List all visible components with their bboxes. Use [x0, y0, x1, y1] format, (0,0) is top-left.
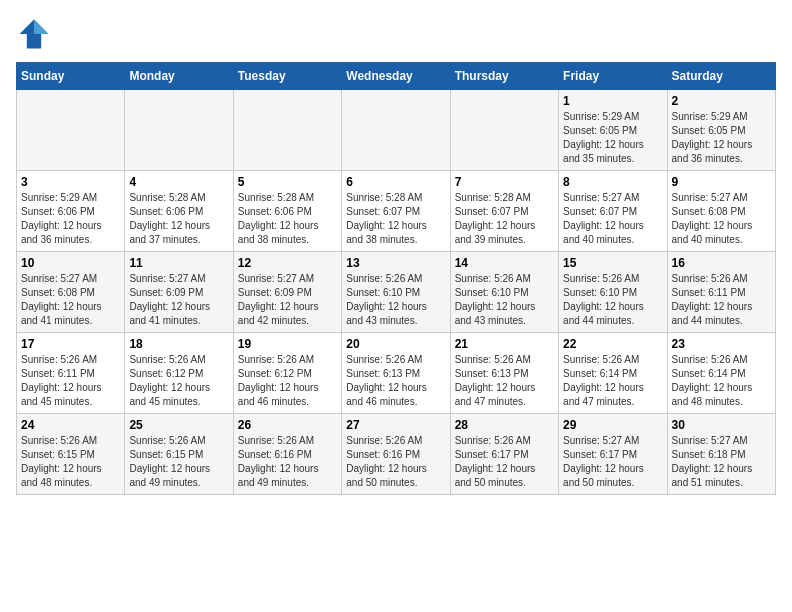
calendar-cell: 11Sunrise: 5:27 AM Sunset: 6:09 PM Dayli… [125, 252, 233, 333]
weekday-header: Tuesday [233, 63, 341, 90]
day-number: 2 [672, 94, 771, 108]
weekday-header: Wednesday [342, 63, 450, 90]
calendar-cell: 7Sunrise: 5:28 AM Sunset: 6:07 PM Daylig… [450, 171, 558, 252]
calendar-week-row: 1Sunrise: 5:29 AM Sunset: 6:05 PM Daylig… [17, 90, 776, 171]
page-header [16, 16, 776, 52]
day-info: Sunrise: 5:26 AM Sunset: 6:12 PM Dayligh… [129, 353, 228, 409]
calendar-cell: 25Sunrise: 5:26 AM Sunset: 6:15 PM Dayli… [125, 414, 233, 495]
calendar-cell [233, 90, 341, 171]
day-number: 18 [129, 337, 228, 351]
day-info: Sunrise: 5:28 AM Sunset: 6:06 PM Dayligh… [238, 191, 337, 247]
day-info: Sunrise: 5:26 AM Sunset: 6:15 PM Dayligh… [129, 434, 228, 490]
calendar-cell [342, 90, 450, 171]
day-info: Sunrise: 5:26 AM Sunset: 6:14 PM Dayligh… [672, 353, 771, 409]
calendar-cell: 29Sunrise: 5:27 AM Sunset: 6:17 PM Dayli… [559, 414, 667, 495]
calendar-week-row: 24Sunrise: 5:26 AM Sunset: 6:15 PM Dayli… [17, 414, 776, 495]
weekday-header: Sunday [17, 63, 125, 90]
weekday-header: Monday [125, 63, 233, 90]
calendar-cell: 8Sunrise: 5:27 AM Sunset: 6:07 PM Daylig… [559, 171, 667, 252]
day-number: 14 [455, 256, 554, 270]
day-number: 9 [672, 175, 771, 189]
calendar-cell: 19Sunrise: 5:26 AM Sunset: 6:12 PM Dayli… [233, 333, 341, 414]
day-number: 27 [346, 418, 445, 432]
calendar-cell: 5Sunrise: 5:28 AM Sunset: 6:06 PM Daylig… [233, 171, 341, 252]
day-info: Sunrise: 5:26 AM Sunset: 6:13 PM Dayligh… [346, 353, 445, 409]
calendar-cell: 10Sunrise: 5:27 AM Sunset: 6:08 PM Dayli… [17, 252, 125, 333]
day-number: 4 [129, 175, 228, 189]
day-number: 3 [21, 175, 120, 189]
calendar-cell: 27Sunrise: 5:26 AM Sunset: 6:16 PM Dayli… [342, 414, 450, 495]
day-number: 13 [346, 256, 445, 270]
day-number: 10 [21, 256, 120, 270]
day-number: 6 [346, 175, 445, 189]
day-info: Sunrise: 5:29 AM Sunset: 6:05 PM Dayligh… [672, 110, 771, 166]
calendar-week-row: 3Sunrise: 5:29 AM Sunset: 6:06 PM Daylig… [17, 171, 776, 252]
day-info: Sunrise: 5:29 AM Sunset: 6:06 PM Dayligh… [21, 191, 120, 247]
calendar-cell: 24Sunrise: 5:26 AM Sunset: 6:15 PM Dayli… [17, 414, 125, 495]
day-info: Sunrise: 5:26 AM Sunset: 6:13 PM Dayligh… [455, 353, 554, 409]
day-number: 25 [129, 418, 228, 432]
day-number: 15 [563, 256, 662, 270]
day-number: 22 [563, 337, 662, 351]
day-number: 11 [129, 256, 228, 270]
weekday-header: Friday [559, 63, 667, 90]
calendar-body: 1Sunrise: 5:29 AM Sunset: 6:05 PM Daylig… [17, 90, 776, 495]
calendar-cell: 28Sunrise: 5:26 AM Sunset: 6:17 PM Dayli… [450, 414, 558, 495]
day-info: Sunrise: 5:27 AM Sunset: 6:08 PM Dayligh… [672, 191, 771, 247]
day-number: 1 [563, 94, 662, 108]
calendar-cell: 6Sunrise: 5:28 AM Sunset: 6:07 PM Daylig… [342, 171, 450, 252]
day-number: 28 [455, 418, 554, 432]
weekday-header: Thursday [450, 63, 558, 90]
day-info: Sunrise: 5:26 AM Sunset: 6:17 PM Dayligh… [455, 434, 554, 490]
calendar-cell: 30Sunrise: 5:27 AM Sunset: 6:18 PM Dayli… [667, 414, 775, 495]
day-number: 17 [21, 337, 120, 351]
day-number: 29 [563, 418, 662, 432]
day-info: Sunrise: 5:28 AM Sunset: 6:06 PM Dayligh… [129, 191, 228, 247]
day-info: Sunrise: 5:27 AM Sunset: 6:09 PM Dayligh… [238, 272, 337, 328]
calendar-cell [450, 90, 558, 171]
calendar-header-row: SundayMondayTuesdayWednesdayThursdayFrid… [17, 63, 776, 90]
day-number: 23 [672, 337, 771, 351]
day-info: Sunrise: 5:27 AM Sunset: 6:17 PM Dayligh… [563, 434, 662, 490]
calendar-cell: 21Sunrise: 5:26 AM Sunset: 6:13 PM Dayli… [450, 333, 558, 414]
day-info: Sunrise: 5:26 AM Sunset: 6:14 PM Dayligh… [563, 353, 662, 409]
calendar-cell: 20Sunrise: 5:26 AM Sunset: 6:13 PM Dayli… [342, 333, 450, 414]
day-info: Sunrise: 5:26 AM Sunset: 6:16 PM Dayligh… [346, 434, 445, 490]
day-number: 7 [455, 175, 554, 189]
day-info: Sunrise: 5:26 AM Sunset: 6:12 PM Dayligh… [238, 353, 337, 409]
day-info: Sunrise: 5:26 AM Sunset: 6:10 PM Dayligh… [346, 272, 445, 328]
calendar-cell: 14Sunrise: 5:26 AM Sunset: 6:10 PM Dayli… [450, 252, 558, 333]
day-number: 24 [21, 418, 120, 432]
calendar-cell: 2Sunrise: 5:29 AM Sunset: 6:05 PM Daylig… [667, 90, 775, 171]
day-number: 30 [672, 418, 771, 432]
calendar-cell: 23Sunrise: 5:26 AM Sunset: 6:14 PM Dayli… [667, 333, 775, 414]
day-number: 20 [346, 337, 445, 351]
day-number: 26 [238, 418, 337, 432]
logo-icon [16, 16, 52, 52]
calendar-cell: 4Sunrise: 5:28 AM Sunset: 6:06 PM Daylig… [125, 171, 233, 252]
logo [16, 16, 56, 52]
day-info: Sunrise: 5:26 AM Sunset: 6:16 PM Dayligh… [238, 434, 337, 490]
day-number: 8 [563, 175, 662, 189]
day-info: Sunrise: 5:29 AM Sunset: 6:05 PM Dayligh… [563, 110, 662, 166]
day-info: Sunrise: 5:27 AM Sunset: 6:18 PM Dayligh… [672, 434, 771, 490]
calendar-cell: 1Sunrise: 5:29 AM Sunset: 6:05 PM Daylig… [559, 90, 667, 171]
day-info: Sunrise: 5:26 AM Sunset: 6:11 PM Dayligh… [672, 272, 771, 328]
day-number: 19 [238, 337, 337, 351]
calendar-week-row: 17Sunrise: 5:26 AM Sunset: 6:11 PM Dayli… [17, 333, 776, 414]
svg-marker-1 [34, 20, 48, 34]
day-number: 16 [672, 256, 771, 270]
day-info: Sunrise: 5:28 AM Sunset: 6:07 PM Dayligh… [455, 191, 554, 247]
calendar-cell: 15Sunrise: 5:26 AM Sunset: 6:10 PM Dayli… [559, 252, 667, 333]
day-info: Sunrise: 5:26 AM Sunset: 6:10 PM Dayligh… [563, 272, 662, 328]
calendar-cell: 17Sunrise: 5:26 AM Sunset: 6:11 PM Dayli… [17, 333, 125, 414]
day-info: Sunrise: 5:26 AM Sunset: 6:11 PM Dayligh… [21, 353, 120, 409]
day-info: Sunrise: 5:26 AM Sunset: 6:15 PM Dayligh… [21, 434, 120, 490]
calendar-cell: 9Sunrise: 5:27 AM Sunset: 6:08 PM Daylig… [667, 171, 775, 252]
calendar-cell: 18Sunrise: 5:26 AM Sunset: 6:12 PM Dayli… [125, 333, 233, 414]
day-info: Sunrise: 5:28 AM Sunset: 6:07 PM Dayligh… [346, 191, 445, 247]
calendar-cell: 16Sunrise: 5:26 AM Sunset: 6:11 PM Dayli… [667, 252, 775, 333]
calendar-cell: 22Sunrise: 5:26 AM Sunset: 6:14 PM Dayli… [559, 333, 667, 414]
weekday-header: Saturday [667, 63, 775, 90]
calendar-cell [125, 90, 233, 171]
